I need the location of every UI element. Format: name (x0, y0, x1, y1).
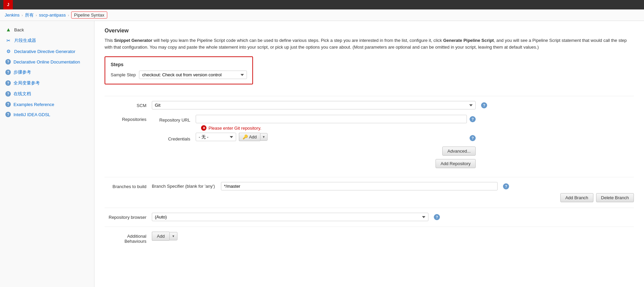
additional-behaviours-content: Add ▾ (152, 232, 634, 241)
add-repository-button[interactable]: Add Repository (436, 159, 476, 168)
sidebar-back-label: Back (14, 27, 24, 32)
repo-browser-section: Repository browser (Auto) ? (105, 213, 634, 221)
repo-url-input[interactable] (196, 115, 467, 123)
main-content: Overview This Snippet Generator will hel… (94, 21, 644, 287)
sample-step-select[interactable]: checkout: Check out from version control (139, 71, 247, 79)
breadcrumb-sep1: › (22, 13, 23, 17)
add-repository-button-row: Add Repository (152, 159, 476, 168)
repo-browser-help-icon[interactable]: ? (434, 214, 440, 220)
divider-4 (105, 227, 634, 227)
sidebar-examples-label: Examples Reference (13, 102, 54, 107)
credentials-help-icon[interactable]: ? (470, 135, 476, 141)
sample-step-label: Sample Step (111, 72, 136, 77)
sidebar-declarative-label: Declarative Directive Generator (14, 49, 75, 54)
divider-1 (105, 96, 634, 96)
branch-specifier-help-icon[interactable]: ? (503, 183, 509, 189)
generate-bold: Generate Pipeline Script (443, 38, 494, 43)
sidebar-item-online-doc2[interactable]: ? 在线文档 (0, 88, 94, 99)
additional-behaviours-add-main-btn[interactable]: Add (152, 232, 169, 241)
question-icon-5: ? (5, 102, 11, 107)
branches-section: Branches to build Branch Specifier (blan… (105, 182, 634, 202)
repo-browser-label: Repository browser (105, 213, 152, 220)
branches-label: Branches to build (105, 182, 152, 189)
sidebar-global-var-label: 全局变量参考 (13, 80, 40, 86)
credentials-controls: - 无 - 🔑 Add ▾ (196, 133, 268, 141)
branch-specifier-label: Branch Specifier (blank for 'any') (152, 184, 215, 189)
repositories-content: Repository URL ? ✕ Please enter Git repo… (152, 115, 476, 172)
sidebar-snippet-label: 片段生成器 (14, 37, 36, 44)
question-icon-2: ? (5, 70, 11, 75)
scm-content: Git ? (152, 101, 634, 109)
credentials-row: Credentials - 无 - 🔑 Add ▾ ? (152, 133, 476, 143)
divider-2 (105, 177, 634, 177)
add-credentials-button[interactable]: 🔑 Add ▾ (239, 133, 268, 141)
advanced-button-row: Advanced... (152, 147, 476, 156)
overview-text: This Snippet Generator will help you lea… (105, 37, 634, 50)
error-message-text: Please enter Git repository. (208, 126, 261, 131)
breadcrumb-jenkins[interactable]: Jenkins (5, 12, 20, 18)
sidebar: ▲ Back ✂ 片段生成器 ⚙ Declarative Directive G… (0, 21, 94, 287)
steps-label: Steps (111, 62, 247, 67)
logo-text: J (7, 2, 9, 7)
additional-behaviours-section: Additional Behaviours Add ▾ (105, 232, 634, 244)
scissors-icon: ✂ (5, 37, 11, 44)
sidebar-item-snippet[interactable]: ✂ 片段生成器 (0, 35, 94, 46)
question-icon-6: ? (5, 112, 11, 117)
additional-behaviours-add-button[interactable]: Add ▾ (152, 232, 634, 241)
repo-browser-content: (Auto) ? (152, 213, 634, 221)
sidebar-item-examples[interactable]: ? Examples Reference (0, 99, 94, 109)
app-header: J (0, 0, 644, 9)
breadcrumb-current: Pipeline Syntax (71, 11, 108, 19)
add-credentials-main-btn[interactable]: 🔑 Add (239, 133, 260, 141)
jenkins-logo: J (3, 0, 13, 9)
divider-3 (105, 208, 634, 208)
repo-url-help-icon[interactable]: ? (470, 116, 476, 122)
breadcrumb-project[interactable]: sscp-antipass (39, 12, 65, 18)
add-branch-button[interactable]: Add Branch (560, 193, 593, 202)
breadcrumb-all[interactable]: 所有 (25, 12, 34, 18)
scm-select[interactable]: Git (152, 101, 476, 109)
page-layout: ▲ Back ✂ 片段生成器 ⚙ Declarative Directive G… (0, 21, 644, 287)
sidebar-intellij-label: IntelliJ IDEA GDSL (13, 112, 50, 117)
credentials-select[interactable]: - 无 - (196, 133, 236, 141)
delete-branch-button[interactable]: Delete Branch (596, 193, 634, 202)
sidebar-step-ref-label: 步骤参考 (13, 69, 31, 75)
scm-help-icon[interactable]: ? (481, 102, 487, 108)
credentials-label: Credentials (152, 135, 196, 141)
error-icon: ✕ (201, 125, 206, 131)
breadcrumb-sep2: › (36, 13, 37, 17)
sidebar-item-global-var[interactable]: ? 全局变量参考 (0, 78, 94, 88)
sidebar-item-intellij[interactable]: ? IntelliJ IDEA GDSL (0, 109, 94, 120)
branch-buttons: Add Branch Delete Branch (152, 193, 634, 202)
additional-behaviours-add-arrow-btn[interactable]: ▾ (169, 232, 177, 240)
breadcrumb: Jenkins › 所有 › sscp-antipass › Pipeline … (0, 9, 644, 21)
sidebar-item-declarative-online-doc[interactable]: ? Declarative Online Documentation (0, 57, 94, 67)
repo-browser-select[interactable]: (Auto) (152, 213, 428, 221)
branch-specifier-input[interactable] (221, 182, 498, 190)
scm-label: SCM (105, 101, 152, 108)
sidebar-online-doc-label: Declarative Online Documentation (13, 59, 80, 64)
repositories-label: Repositories (105, 115, 152, 122)
question-icon-4: ? (5, 91, 11, 97)
repo-url-label: Repository URL (152, 116, 196, 123)
snippet-generator-bold: Snippet Generator (114, 38, 152, 43)
breadcrumb-sep3: › (68, 13, 69, 17)
steps-box: Steps Sample Step checkout: Check out fr… (105, 56, 253, 84)
scm-section: SCM Git ? (105, 101, 634, 109)
question-icon-3: ? (5, 80, 11, 86)
sidebar-item-declarative[interactable]: ⚙ Declarative Directive Generator (0, 46, 94, 57)
repositories-section: Repositories Repository URL ? ✕ Please e… (105, 115, 634, 172)
gear-icon: ⚙ (5, 48, 11, 54)
repo-url-row: Repository URL ? (152, 115, 476, 123)
overview-title: Overview (105, 28, 634, 34)
key-icon: 🔑 (243, 134, 248, 139)
back-icon: ▲ (5, 27, 11, 33)
branches-content: Branch Specifier (blank for 'any') ? Add… (152, 182, 634, 202)
sidebar-item-step-ref[interactable]: ? 步骤参考 (0, 67, 94, 78)
advanced-button[interactable]: Advanced... (442, 147, 476, 156)
question-icon-1: ? (5, 59, 11, 64)
additional-behaviours-label: Additional Behaviours (105, 232, 152, 244)
error-message-row: ✕ Please enter Git repository. (201, 125, 476, 131)
add-credentials-arrow-btn[interactable]: ▾ (260, 133, 268, 141)
sidebar-item-back[interactable]: ▲ Back (0, 24, 94, 35)
